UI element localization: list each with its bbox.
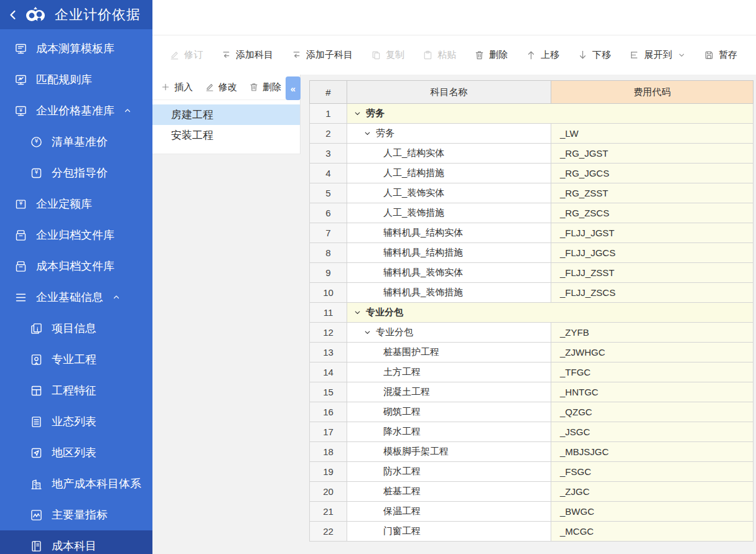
- subject-name-cell[interactable]: 人工_结构实体: [347, 144, 551, 164]
- row-index[interactable]: 17: [310, 422, 347, 442]
- sidebar-item-professional-engineering[interactable]: 专业工程: [0, 344, 152, 375]
- toolbar-button-temp-save[interactable]: 暂存: [704, 49, 737, 61]
- subject-name-cell[interactable]: 辅料机具_装饰措施: [347, 283, 551, 303]
- sidebar-item-engineering-features[interactable]: 工程特征: [0, 375, 152, 406]
- fee-code-cell[interactable]: _JSGC: [551, 422, 754, 442]
- row-index[interactable]: 5: [310, 183, 347, 203]
- fee-code-cell[interactable]: _FLJJ_JGST: [551, 223, 754, 243]
- caret-down-icon[interactable]: [353, 308, 362, 316]
- back-icon[interactable]: [6, 7, 20, 23]
- caret-down-icon[interactable]: [363, 129, 371, 137]
- chevron-up-icon[interactable]: [123, 106, 132, 115]
- row-index[interactable]: 13: [310, 343, 347, 362]
- row-index[interactable]: 8: [310, 243, 347, 263]
- sidebar-item-cost-archive-library[interactable]: 成本归档文件库: [0, 251, 152, 282]
- row-index[interactable]: 21: [310, 502, 347, 522]
- chevron-up-icon[interactable]: [112, 293, 121, 302]
- fee-code-cell[interactable]: _RG_ZSCS: [551, 203, 754, 223]
- row-index[interactable]: 7: [310, 223, 347, 243]
- row-index[interactable]: 11: [310, 303, 347, 323]
- fee-code-cell[interactable]: _RG_JGST: [551, 144, 754, 164]
- toolbar-button-move-up[interactable]: 上移: [526, 49, 559, 61]
- row-index[interactable]: 14: [310, 362, 347, 382]
- fee-code-cell[interactable]: _LW: [551, 124, 754, 144]
- subject-name-cell[interactable]: 混凝土工程: [347, 382, 551, 402]
- row-index[interactable]: 19: [310, 462, 347, 482]
- subject-name-cell[interactable]: 辅料机具_装饰实体: [347, 263, 551, 283]
- sidebar-item-business-format-list[interactable]: 业态列表: [0, 406, 152, 437]
- toolbar-button-expand-to[interactable]: 展开到: [629, 49, 686, 61]
- toolbar-button-revise[interactable]: 修订: [169, 49, 203, 61]
- row-index[interactable]: 6: [310, 203, 347, 223]
- row-index[interactable]: 9: [310, 263, 347, 283]
- subject-name-cell[interactable]: 专业分包: [347, 303, 754, 323]
- subject-name-cell[interactable]: 人工_装饰措施: [347, 203, 551, 223]
- sidebar-item-enterprise-base-info[interactable]: 企业基础信息: [0, 282, 152, 313]
- row-index[interactable]: 3: [310, 144, 347, 164]
- subject-name-cell[interactable]: 降水工程: [347, 422, 551, 442]
- caret-down-icon[interactable]: [353, 109, 362, 118]
- fee-code-cell[interactable]: _FLJJ_JGCS: [551, 243, 754, 263]
- subject-name-cell[interactable]: 保温工程: [347, 502, 551, 522]
- toolbar-button-move-down[interactable]: 下移: [577, 49, 611, 61]
- row-index[interactable]: 1: [310, 104, 347, 124]
- caret-down-icon[interactable]: [363, 328, 371, 336]
- toolbar-button-delete[interactable]: 删除: [474, 49, 508, 61]
- subject-name-cell[interactable]: 劳务: [347, 124, 551, 144]
- sidebar-item-price-benchmark-library[interactable]: ¥企业价格基准库: [0, 95, 152, 126]
- subject-name-cell[interactable]: 砌筑工程: [347, 402, 551, 422]
- panel-button-modify[interactable]: 修改: [205, 81, 237, 93]
- toolbar-button-add-child-subject[interactable]: 添加子科目: [291, 49, 353, 61]
- row-index[interactable]: 22: [310, 522, 347, 542]
- panel-button-insert[interactable]: 插入: [161, 81, 193, 93]
- subject-name-cell[interactable]: 门窗工程: [347, 522, 551, 542]
- fee-code-cell[interactable]: _ZJWHGC: [551, 343, 754, 362]
- sidebar-item-enterprise-archive-library[interactable]: 企业归档文件库: [0, 219, 152, 251]
- row-index[interactable]: 4: [310, 164, 347, 183]
- toolbar-button-copy[interactable]: 复制: [371, 49, 404, 61]
- sidebar-item-list-benchmark-price[interactable]: ¥清单基准价: [0, 126, 152, 157]
- fee-code-cell[interactable]: _MBJSJGC: [551, 442, 754, 462]
- subject-name-cell[interactable]: 辅料机具_结构实体: [347, 223, 551, 243]
- fee-code-cell[interactable]: _FLJJ_ZSCS: [551, 283, 754, 303]
- fee-code-cell[interactable]: _FSGC: [551, 462, 754, 482]
- fee-code-cell[interactable]: _QZGC: [551, 402, 754, 422]
- sidebar-item-cost-template-library[interactable]: 成本测算模板库: [0, 33, 152, 64]
- subject-name-cell[interactable]: 桩基围护工程: [347, 343, 551, 362]
- sidebar-item-project-info[interactable]: 项目信息: [0, 313, 152, 344]
- subject-name-cell[interactable]: 劳务: [347, 104, 754, 124]
- row-index[interactable]: 20: [310, 482, 347, 502]
- sidebar-item-subcontract-guide-price[interactable]: ¥分包指导价: [0, 157, 152, 188]
- project-list-item[interactable]: 安装工程: [152, 125, 300, 145]
- fee-code-cell[interactable]: _ZJGC: [551, 482, 754, 502]
- fee-code-cell[interactable]: _HNTGC: [551, 382, 754, 402]
- sidebar-item-realestate-cost-subject-system[interactable]: 地产成本科目体系: [0, 468, 152, 499]
- subject-name-cell[interactable]: 土方工程: [347, 362, 551, 382]
- project-list-item[interactable]: 房建工程: [152, 104, 300, 125]
- fee-code-cell[interactable]: _ZYFB: [551, 323, 754, 343]
- subject-name-cell[interactable]: 人工_结构措施: [347, 164, 551, 183]
- fee-code-cell[interactable]: _BWGC: [551, 502, 754, 522]
- panel-collapse-button[interactable]: «: [286, 76, 301, 100]
- row-index[interactable]: 15: [310, 382, 347, 402]
- subject-name-cell[interactable]: 辅料机具_结构措施: [347, 243, 551, 263]
- subject-name-cell[interactable]: 桩基工程: [347, 482, 551, 502]
- fee-code-cell[interactable]: _TFGC: [551, 362, 754, 382]
- sidebar-item-region-list[interactable]: 地区列表: [0, 437, 152, 468]
- sidebar-item-cost-subjects[interactable]: 成本科目: [0, 530, 152, 554]
- toolbar-button-add-subject[interactable]: 添加科目: [221, 49, 273, 61]
- row-index[interactable]: 12: [310, 323, 347, 343]
- toolbar-button-paste[interactable]: 粘贴: [422, 49, 456, 61]
- fee-code-cell[interactable]: _MCGC: [551, 522, 754, 542]
- row-index[interactable]: 18: [310, 442, 347, 462]
- fee-code-cell[interactable]: _RG_JGCS: [551, 164, 754, 183]
- subject-name-cell[interactable]: 人工_装饰实体: [347, 183, 551, 203]
- subject-name-cell[interactable]: 专业分包: [347, 323, 551, 343]
- sidebar-item-match-rule-library[interactable]: 匹配规则库: [0, 64, 152, 95]
- panel-button-delete[interactable]: 删除: [249, 81, 281, 93]
- row-index[interactable]: 2: [310, 124, 347, 144]
- row-index[interactable]: 10: [310, 283, 347, 303]
- row-index[interactable]: 16: [310, 402, 347, 422]
- fee-code-cell[interactable]: _FLJJ_ZSST: [551, 263, 754, 283]
- fee-code-cell[interactable]: _RG_ZSST: [551, 183, 754, 203]
